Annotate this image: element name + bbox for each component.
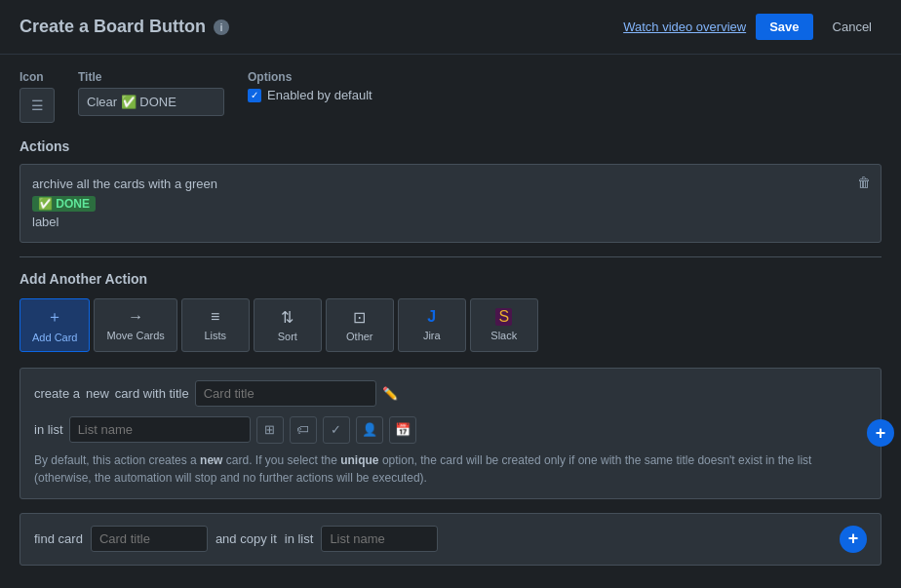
title-label: Title: [78, 70, 224, 84]
date-icon-btn[interactable]: 📅: [389, 416, 416, 444]
info-icon[interactable]: i: [214, 20, 229, 35]
header: Create a Board Button i Watch video over…: [0, 0, 901, 55]
action-block: archive all the cards with a green ✅ DON…: [20, 164, 881, 243]
main-content: Icon ☰ Title Options Enabled by default …: [0, 55, 901, 581]
edit-icon[interactable]: ✏️: [382, 386, 398, 401]
icon-selector[interactable]: ☰: [20, 88, 55, 123]
action-btn-move-cards[interactable]: → Move Cards: [94, 298, 176, 352]
add-card-icon: ＋: [47, 307, 62, 328]
in-list-label2: in list: [285, 531, 314, 546]
add-action-title: Add Another Action: [20, 271, 881, 287]
title-input[interactable]: [78, 88, 224, 116]
other-icon: ⊡: [353, 308, 366, 327]
find-card-section: find card and copy it in list +: [20, 513, 881, 566]
info-text: By default, this action creates a new ca…: [34, 451, 867, 487]
move-cards-icon: →: [128, 308, 143, 326]
options-label: Options: [248, 70, 372, 84]
list-row: in list ⊞ 🏷 ✓ 👤 📅: [34, 416, 867, 444]
and-copy-it-label: and copy it: [215, 531, 277, 546]
find-card-plus-button[interactable]: +: [840, 526, 867, 553]
find-list-input[interactable]: [321, 526, 438, 552]
card-title-input[interactable]: [195, 380, 376, 407]
add-card-plus-button[interactable]: +: [867, 419, 894, 447]
jira-label: Jira: [423, 330, 441, 341]
done-badge: ✅ DONE: [32, 196, 96, 212]
action-btn-slack[interactable]: S Slack: [470, 298, 538, 352]
create-a-label: create a: [34, 386, 80, 401]
cancel-button[interactable]: Cancel: [823, 14, 881, 40]
action-line1: archive all the cards with a green: [32, 175, 842, 194]
in-list-label: in list: [34, 422, 63, 437]
move-cards-label: Move Cards: [106, 330, 164, 341]
icon-label: Icon: [20, 70, 55, 84]
check-icon-btn[interactable]: ✓: [323, 416, 350, 444]
delete-action-icon[interactable]: 🗑: [857, 175, 871, 190]
card-create-section: create a new card with title ✏️ in list …: [20, 368, 881, 499]
watch-video-link[interactable]: Watch video overview: [623, 20, 746, 34]
enabled-checkbox-row: Enabled by default: [248, 88, 372, 102]
add-card-label: Add Card: [32, 332, 77, 343]
icon-field-group: Icon ☰: [20, 70, 55, 123]
save-button[interactable]: Save: [756, 14, 812, 40]
title-field-group: Title: [78, 70, 224, 116]
header-right: Watch video overview Save Cancel: [623, 14, 881, 40]
card-with-title-label: card with title: [115, 386, 189, 401]
action-btn-other[interactable]: ⊡ Other: [326, 298, 394, 352]
slack-label: Slack: [490, 330, 517, 341]
member-icon-btn[interactable]: 👤: [356, 416, 383, 444]
page-title: Create a Board Button: [20, 17, 206, 37]
enabled-checkbox[interactable]: [248, 89, 261, 102]
enabled-label: Enabled by default: [267, 88, 372, 102]
other-label: Other: [346, 331, 373, 342]
action-btn-sort[interactable]: ⇅ Sort: [254, 298, 322, 352]
action-line3: label: [32, 213, 842, 232]
list-name-input[interactable]: [69, 416, 251, 443]
label-icon-btn[interactable]: 🏷: [290, 416, 317, 444]
action-btn-lists[interactable]: ≡ Lists: [181, 298, 250, 352]
lists-label: Lists: [204, 330, 226, 341]
new-label: new: [86, 386, 109, 401]
header-left: Create a Board Button i: [20, 17, 229, 37]
action-btn-add-card[interactable]: ＋ Add Card: [20, 298, 90, 352]
sort-icon: ⇅: [281, 308, 294, 327]
options-group: Options Enabled by default: [248, 70, 372, 102]
jira-icon: J: [427, 308, 436, 326]
action-buttons-row: ＋ Add Card → Move Cards ≡ Lists ⇅ Sort ⊡…: [20, 298, 881, 352]
slack-icon: S: [495, 308, 512, 326]
sort-label: Sort: [278, 331, 297, 342]
lists-icon: ≡: [211, 308, 219, 326]
card-create-row: create a new card with title ✏️: [34, 380, 867, 407]
calendar-view-icon-btn[interactable]: ⊞: [256, 416, 284, 444]
actions-title: Actions: [20, 138, 881, 154]
field-row: Icon ☰ Title Options Enabled by default: [20, 70, 881, 123]
action-text-area: archive all the cards with a green ✅ DON…: [20, 165, 881, 242]
find-card-label: find card: [34, 531, 83, 546]
action-btn-jira[interactable]: J Jira: [398, 298, 466, 352]
separator: [20, 256, 881, 257]
find-card-input[interactable]: [91, 526, 208, 552]
action-line2: ✅ DONE: [32, 194, 842, 214]
